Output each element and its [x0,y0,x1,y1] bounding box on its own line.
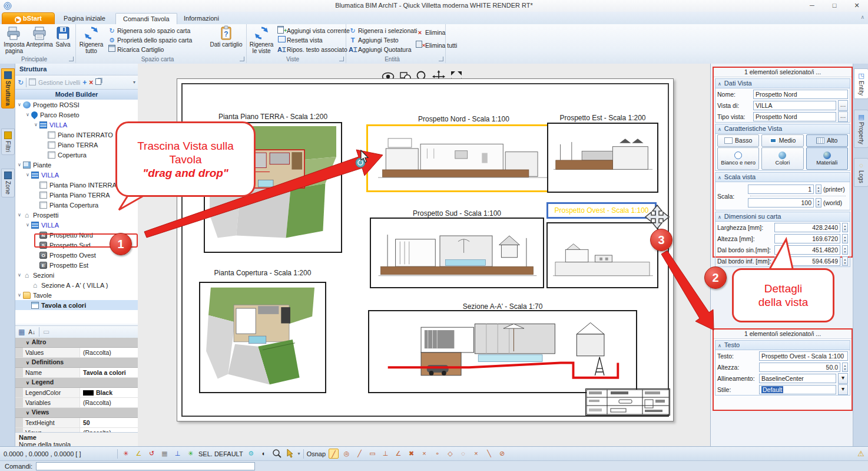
tree-item-tavola-a-colori[interactable]: Tavola a colori [15,300,138,310]
view-title-pianta-copertura[interactable]: Pianta Copertura - Scala 1:200 [199,269,326,277]
tree-item-tavole[interactable]: ∨Tavole [15,290,138,300]
title-block[interactable] [585,388,670,416]
resetta-vista-item[interactable]: Resetta vista [277,35,323,45]
view-title-pianta-terra[interactable]: Pianta Piano TERRA - Scala 1:200 [204,113,342,121]
ribbon-collapse-icon[interactable]: ∧ [860,14,864,20]
minimize-button[interactable]: ─ [801,0,823,11]
category-row[interactable]: ∨Legend [15,378,138,388]
bordo-sin-spinner[interactable]: ▴▾ [842,245,848,255]
tree-item-prospetto-est[interactable]: EProspetto Est [15,260,138,270]
property-row[interactable]: Values(Raccolta) [15,348,138,358]
spazio-carta-dialog-launcher[interactable] [240,57,244,61]
tree-item-prospetti[interactable]: ∨⌂Prospetti [15,210,138,220]
property-pages-icon[interactable]: ▭ [43,328,49,336]
allineamento-dropdown-icon[interactable]: ▾ [838,373,848,384]
tree-item-parco[interactable]: ∨Parco Roseto [15,110,138,120]
osnap-perpendicular-icon[interactable]: ⊥ [380,449,390,459]
snap-node-icon[interactable]: ✳ [185,449,196,459]
property-row[interactable]: TextHeight50 [15,418,138,428]
warning-icon[interactable]: ⚠ [857,449,864,458]
contrast-icon[interactable]: ◐ [259,449,269,459]
gestione-livelli-button[interactable]: Gestione Livelli [38,79,80,86]
property-row[interactable]: NameTavola a colori [15,368,138,378]
tab-informazioni[interactable]: Informazioni [177,13,226,24]
salva-button[interactable]: Salva [53,25,73,48]
osnap-angle-icon[interactable]: ∠ [393,449,403,459]
aggiungi-testo-item[interactable]: TAggiungi Testo [349,35,399,45]
aggiungi-vista-corrente-item[interactable]: +Aggiungi vista corrente [277,26,350,35]
aggiungi-quotatura-item[interactable]: A⌶Aggiungi Quotatura [349,45,411,54]
toolbar-dropdown-icon[interactable]: ▾ [133,80,135,85]
view-prospetto-est[interactable] [547,123,658,193]
osnap-parallel-icon[interactable]: ▭ [367,449,377,459]
alphabetical-sort-icon[interactable]: A↓ [28,329,35,335]
delete-node-icon[interactable]: × [89,78,93,87]
settings-gear-icon[interactable]: ⚙ [246,449,256,459]
altezza-input[interactable]: 169.6720 [774,234,840,243]
osnap-intersection-icon[interactable]: × [419,449,429,459]
command-input[interactable] [36,462,255,470]
bstart-button[interactable]: ▶bStart [2,12,55,25]
stile-dropdown-icon[interactable]: ▾ [838,384,848,395]
detail-medio-button[interactable]: Medio [761,134,803,147]
rigenera-le-viste-button[interactable]: Rigenera le viste [248,25,275,54]
dock-tab-zone[interactable]: Zone [1,169,15,197]
dock-tab-entity[interactable]: ◳Entity [854,68,868,99]
colori-button[interactable]: Colori [761,147,803,170]
tree-item-pianta-copertura[interactable]: Pianta Copertura [15,200,138,210]
stile-select[interactable]: Default [759,385,836,394]
snap-perpendicular-icon[interactable]: ⊥ [173,449,183,459]
osnap-center-icon[interactable]: ◎ [342,449,352,459]
view-prospetto-ovest[interactable] [546,222,658,288]
tipo-vista-browse-button[interactable]: … [838,111,848,122]
osnap-clear-icon[interactable]: ⊘ [497,449,507,459]
tree-item-villa-3[interactable]: ∨VILLA [15,220,138,230]
materiali-button[interactable]: Materiali [806,147,848,170]
view-prospetto-sud[interactable] [370,218,544,288]
tree-item-sezioni[interactable]: ∨⌂Sezioni [15,270,138,280]
view-title-prospetto-sud[interactable]: Prospetto Sud - Scala 1:100 [370,209,544,218]
tree-item-sezione-aa[interactable]: ⌂Sezione A - A' ( VILLA ) [15,280,138,290]
principale-dialog-launcher[interactable] [69,57,74,61]
altezza-testo-input[interactable]: 50.0 [759,363,840,372]
view-sezione[interactable] [368,310,637,393]
view-title-sezione[interactable]: Sezione A-A' - Scala 1:70 [368,302,637,311]
property-row-legendcolor[interactable]: LegendColorBlack [15,388,138,398]
add-icon[interactable]: + [82,78,87,87]
category-row[interactable]: ∨Altro [15,338,138,348]
riposiziona-testo-item[interactable]: A⌶Ripos. testo associato [277,45,347,54]
category-row[interactable]: ∨Definitions [15,358,138,368]
dati-cartiglio-button[interactable]: ? Dati cartiglio [209,25,243,48]
viste-dialog-launcher[interactable] [339,57,344,61]
view-title-prospetto-nord[interactable]: Prospetto Nord - Scala 1:100 [366,115,561,123]
osnap-nearest-icon[interactable]: ╱ [329,449,339,459]
osnap-tangent-icon[interactable]: ◌ [458,449,468,459]
property-row[interactable]: Variables(Raccolta) [15,398,138,408]
category-row[interactable]: ∨Views [15,408,138,418]
testo-input[interactable]: Prospetto Ovest - Scala 1:100 [759,351,848,361]
osnap-node-icon[interactable]: ∘ [432,449,442,459]
dock-tab-filtri[interactable]: Filtri [1,129,15,155]
nome-input[interactable]: Prospetto Nord [753,90,848,99]
tab-comandi-tavola[interactable]: Comandi Tavola [115,13,177,25]
detail-alto-button[interactable]: Alto [806,134,848,147]
snap-point-icon[interactable]: ✳ [121,449,131,459]
vista-di-input[interactable]: VILLA [753,101,836,110]
osnap-quadrant-icon[interactable]: ◇ [445,449,455,459]
world-spinner[interactable]: ▴▾ [816,198,821,207]
zoom-selection-icon[interactable] [272,449,282,459]
view-pianta-copertura[interactable] [199,282,326,393]
section-header-testo[interactable]: ∧Testo [715,341,850,350]
section-header-dati-vista[interactable]: ∧Dati Vista [715,79,850,88]
view-prospetto-nord[interactable] [366,124,561,192]
section-header-dimensioni[interactable]: ∧Dimensioni su carta [715,212,850,222]
categorized-icon[interactable]: ▦ [18,328,25,336]
rigenera-tutto-button[interactable]: Rigenera tutto [77,25,105,54]
section-header-scala[interactable]: ∧Scala vista [715,173,850,182]
allineamento-select[interactable]: BaselineCenter [759,374,836,383]
bordo-inf-spinner[interactable]: ▴▾ [842,256,848,266]
snap-arc-icon[interactable]: ↺ [147,449,157,459]
rigenera-selezionati-item[interactable]: ↻Rigenera i selezionati [349,26,417,35]
printer-spinner[interactable]: ▴▾ [816,185,821,194]
pointer-dropdown-icon[interactable]: ▾ [298,451,300,456]
